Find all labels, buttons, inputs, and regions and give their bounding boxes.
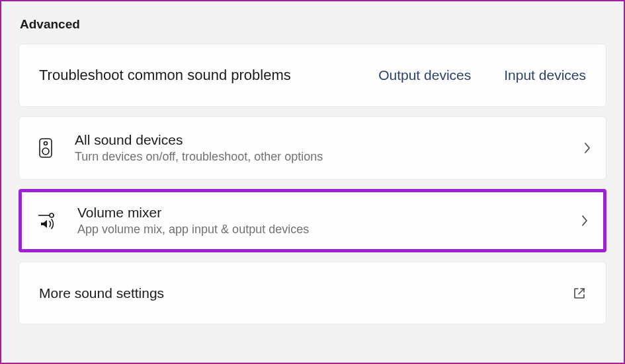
troubleshoot-card: Troubleshoot common sound problems Outpu… <box>19 44 606 107</box>
chevron-right-icon <box>583 141 591 155</box>
chevron-right-icon <box>581 214 589 227</box>
all-sound-devices-item[interactable]: All sound devices Turn devices on/off, t… <box>19 116 606 180</box>
card-text: Volume mixer App volume mix, app input &… <box>77 205 581 237</box>
volume-mixer-subtitle: App volume mix, app input & output devic… <box>77 223 581 237</box>
more-sound-settings-item[interactable]: More sound settings <box>19 262 606 324</box>
volume-mixer-title: Volume mixer <box>77 205 581 221</box>
troubleshoot-links: Output devices Input devices <box>378 67 586 83</box>
svg-point-1 <box>44 142 48 145</box>
svg-point-2 <box>42 148 49 155</box>
speaker-device-icon <box>34 137 58 159</box>
input-devices-link[interactable]: Input devices <box>504 67 586 83</box>
card-text: All sound devices Turn devices on/off, t… <box>75 132 583 164</box>
section-title: Advanced <box>20 17 606 32</box>
svg-line-5 <box>579 289 584 294</box>
troubleshoot-title: Troubleshoot common sound problems <box>39 67 291 84</box>
all-devices-subtitle: Turn devices on/off, troubleshoot, other… <box>75 150 583 164</box>
external-link-icon <box>573 287 586 300</box>
svg-point-4 <box>50 213 54 217</box>
output-devices-link[interactable]: Output devices <box>378 67 471 83</box>
volume-mixer-icon <box>36 211 60 231</box>
all-devices-title: All sound devices <box>75 132 583 148</box>
more-settings-title: More sound settings <box>39 285 164 301</box>
volume-mixer-item[interactable]: Volume mixer App volume mix, app input &… <box>19 189 606 252</box>
